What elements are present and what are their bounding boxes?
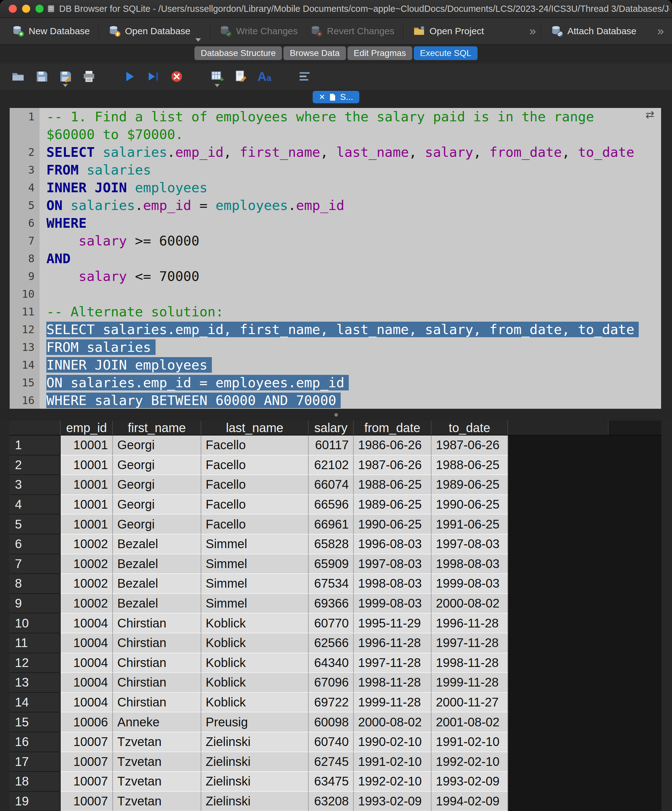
cell-emp_id[interactable]: 10004 [61,653,113,673]
cell-first_name[interactable]: Georgi [113,514,201,534]
cell-emp_id[interactable]: 10007 [61,732,113,752]
toolbar-overflow-chevron-icon[interactable]: » [527,25,538,37]
execute-current-line-button[interactable] [143,65,163,88]
editor-line[interactable]: 11-- Alternate solution: [10,303,661,321]
cell-to_date[interactable]: 1994-02-09 [431,792,508,811]
pane-splitter[interactable] [0,409,672,421]
cell-emp_id[interactable]: 10002 [61,594,113,614]
row-number[interactable]: 16 [9,732,61,752]
zoom-button[interactable] [36,5,44,13]
cell-first_name[interactable]: Chirstian [113,613,201,633]
cell-emp_id[interactable]: 10001 [61,455,113,475]
execute-all-button[interactable] [119,65,139,88]
row-number[interactable]: 11 [9,633,61,653]
row-number[interactable]: 19 [9,792,61,811]
cell-last_name[interactable]: Simmel [201,594,309,614]
editor-line[interactable]: 7 salary >= 60000 [10,232,661,250]
editor-line[interactable]: 6WHERE [10,214,661,232]
cell-first_name[interactable]: Chirstian [113,693,201,713]
cell-salary[interactable]: 69366 [309,594,354,614]
cell-salary[interactable]: 64340 [309,653,354,673]
minimize-button[interactable] [22,5,30,13]
cell-last_name[interactable]: Koblick [201,653,309,673]
cell-from_date[interactable]: 1999-08-03 [354,594,431,614]
cell-salary[interactable]: 62566 [309,633,354,653]
cell-to_date[interactable]: 1999-11-28 [431,673,508,693]
editor-line[interactable]: 15ON salaries.emp_id = employees.emp_id [10,374,661,392]
cell-salary[interactable]: 66961 [309,514,354,534]
editor-line[interactable]: $60000 to $70000. [10,126,661,143]
cell-last_name[interactable]: Facello [201,475,309,495]
cell-to_date[interactable]: 1990-06-25 [431,495,508,515]
dropdown-arrow-icon[interactable] [195,38,201,42]
cell-to_date[interactable]: 1998-11-28 [431,653,508,673]
cell-emp_id[interactable]: 10007 [61,772,113,792]
sql-editor[interactable]: 1-- 1. Find a list of employees where th… [9,108,662,409]
cell-last_name[interactable]: Preusig [201,713,309,732]
cell-from_date[interactable]: 1997-11-28 [354,653,431,673]
cell-emp_id[interactable]: 10007 [61,752,113,772]
cell-emp_id[interactable]: 10004 [61,613,113,633]
column-header-emp_id[interactable]: emp_id [61,421,113,435]
open-project-button[interactable]: Open Project [407,18,490,44]
cell-to_date[interactable]: 1989-06-25 [431,475,508,495]
cell-first_name[interactable]: Bezalel [113,554,201,574]
cell-from_date[interactable]: 1992-02-10 [354,772,431,792]
row-number[interactable]: 9 [9,594,61,614]
editor-line[interactable]: 1-- 1. Find a list of employees where th… [10,108,661,126]
cell-salary[interactable]: 63475 [309,772,354,792]
dropdown-arrow-icon[interactable] [215,84,220,87]
cell-emp_id[interactable]: 10001 [61,475,113,495]
cell-to_date[interactable]: 1998-08-03 [431,554,508,574]
cell-last_name[interactable]: Simmel [201,534,309,554]
cell-last_name[interactable]: Zielinski [201,792,309,811]
row-number[interactable]: 8 [9,574,61,594]
row-number[interactable]: 10 [9,613,61,633]
cell-from_date[interactable]: 1989-06-25 [354,495,431,515]
cell-first_name[interactable]: Tzvetan [113,772,201,792]
cell-salary[interactable]: 60770 [309,613,354,633]
cell-emp_id[interactable]: 10007 [61,792,113,811]
cell-to_date[interactable]: 1997-11-28 [431,633,508,653]
column-header-first_name[interactable]: first_name [113,421,201,435]
save-sql-file-button[interactable] [32,65,52,88]
cell-salary[interactable]: 62102 [309,455,354,475]
stop-button[interactable] [167,65,187,88]
cell-salary[interactable]: 69722 [309,693,354,713]
cell-to_date[interactable]: 1988-06-25 [431,455,508,475]
editor-line[interactable]: 16WHERE salary BETWEEN 60000 AND 70000 [10,392,661,409]
row-number[interactable]: 6 [9,534,61,554]
cell-salary[interactable]: 60117 [309,436,354,455]
edit-sql-button[interactable] [231,65,251,88]
cell-last_name[interactable]: Koblick [201,633,309,653]
cell-emp_id[interactable]: 10002 [61,534,113,554]
cell-from_date[interactable]: 1996-11-28 [354,633,431,653]
column-header-from_date[interactable]: from_date [354,421,431,435]
close-tab-icon[interactable]: ✕ [319,93,325,101]
cell-first_name[interactable]: Georgi [113,495,201,515]
cell-last_name[interactable]: Facello [201,514,309,534]
cell-emp_id[interactable]: 10004 [61,633,113,653]
cell-from_date[interactable]: 1986-06-26 [354,436,431,455]
row-number[interactable]: 4 [9,495,61,515]
cell-first_name[interactable]: Chirstian [113,633,201,653]
row-number[interactable]: 12 [9,653,61,673]
cell-last_name[interactable]: Zielinski [201,772,309,792]
cell-last_name[interactable]: Zielinski [201,752,309,772]
cell-to_date[interactable]: 1997-08-03 [431,534,508,554]
cell-first_name[interactable]: Tzvetan [113,792,201,811]
close-button[interactable] [9,5,17,13]
cell-to_date[interactable]: 2000-08-02 [431,594,508,614]
cell-from_date[interactable]: 1998-08-03 [354,574,431,594]
cell-salary[interactable]: 63208 [309,792,354,811]
cell-from_date[interactable]: 2000-08-02 [354,713,431,732]
cell-to_date[interactable]: 2000-11-27 [431,693,508,713]
cell-to_date[interactable]: 2001-08-02 [431,713,508,732]
print-button[interactable] [79,65,99,88]
cell-from_date[interactable]: 1993-02-09 [354,792,431,811]
column-header-last_name[interactable]: last_name [201,421,309,435]
cell-from_date[interactable]: 1998-11-28 [354,673,431,693]
cell-last_name[interactable]: Koblick [201,673,309,693]
cell-last_name[interactable]: Koblick [201,613,309,633]
cell-to_date[interactable]: 1993-02-09 [431,772,508,792]
